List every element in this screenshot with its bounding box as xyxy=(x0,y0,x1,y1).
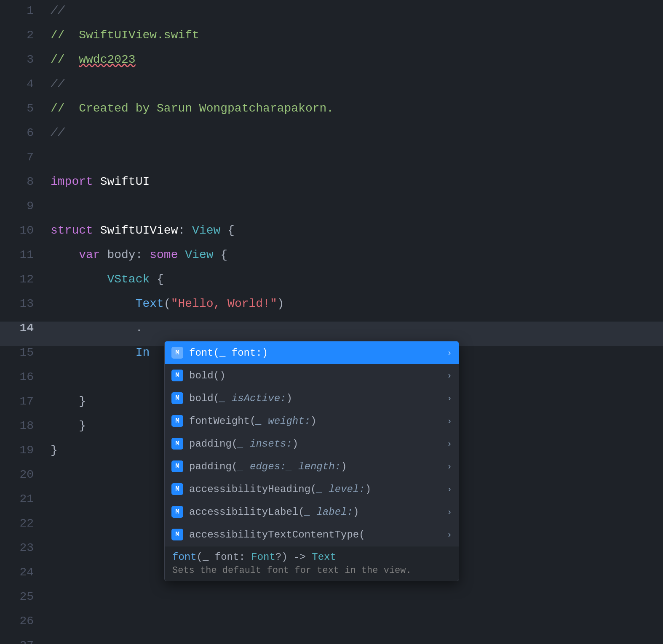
code-line-12: 12 VStack { xyxy=(0,273,663,297)
chevron-icon-6: › xyxy=(447,462,452,471)
method-badge-9: M xyxy=(171,529,183,540)
line-number-19: 19 xyxy=(8,444,34,457)
token: SwiftUI xyxy=(93,175,150,188)
code-content-1: // xyxy=(51,4,65,17)
autocomplete-label-6: padding(_ edges:_ length:) xyxy=(189,461,443,472)
token: var xyxy=(79,248,100,261)
autocomplete-dropdown[interactable]: M font(_ font:) › M bold() › M bold(_ is… xyxy=(164,341,459,581)
autocomplete-item-1[interactable]: M font(_ font:) › xyxy=(165,341,459,364)
autocomplete-item-9[interactable]: M accessibilityTextContentType( › xyxy=(165,523,459,546)
line-number-20: 20 xyxy=(8,468,34,481)
token: // xyxy=(51,53,79,66)
autocomplete-label-4: fontWeight(_ weight:) xyxy=(189,415,443,427)
code-editor: 1 // 2 // SwiftUIView.swift 3 // wwdc202… xyxy=(0,0,663,644)
code-line-13: 13 Text("Hello, World!") xyxy=(0,297,663,322)
autocomplete-item-3[interactable]: M bold(_ isActive:) › xyxy=(165,387,459,410)
line-number-24: 24 xyxy=(8,566,34,579)
code-content-12: VStack { xyxy=(51,273,164,286)
autocomplete-item-6[interactable]: M padding(_ edges:_ length:) › xyxy=(165,455,459,478)
code-line-27: 27 xyxy=(0,639,663,644)
token xyxy=(51,322,136,335)
autocomplete-label-1: font(_ font:) xyxy=(189,347,443,359)
line-number-25: 25 xyxy=(8,590,34,603)
code-content-14: . xyxy=(51,322,142,335)
code-line-5: 5 // Created by Sarun Wongpatcharapakorn… xyxy=(0,102,663,126)
line-number-18: 18 xyxy=(8,419,34,432)
code-line-1: 1 // xyxy=(0,4,663,29)
autocomplete-signature: font(_ font: Font?) -> Text xyxy=(172,551,451,563)
line-number-7: 7 xyxy=(8,151,34,164)
autocomplete-label-8: accessibilityLabel(_ label:) xyxy=(189,506,443,518)
token: } xyxy=(51,395,86,408)
token: Font xyxy=(251,551,275,563)
code-content-5: // Created by Sarun Wongpatcharapakorn. xyxy=(51,102,334,115)
code-line-4: 4 // xyxy=(0,77,663,102)
token: ?) -> xyxy=(275,551,312,563)
token: { xyxy=(214,248,228,261)
code-line-2: 2 // SwiftUIView.swift xyxy=(0,29,663,53)
code-content-6: // xyxy=(51,126,65,139)
token: some xyxy=(150,248,178,261)
code-content-8: import SwiftUI xyxy=(51,175,150,188)
autocomplete-item-4[interactable]: M fontWeight(_ weight:) › xyxy=(165,410,459,432)
autocomplete-item-2[interactable]: M bold() › xyxy=(165,364,459,387)
token: Text xyxy=(312,551,336,563)
code-line-26: 26 xyxy=(0,615,663,639)
code-line-9: 9 xyxy=(0,200,663,224)
line-number-16: 16 xyxy=(8,370,34,383)
line-number-11: 11 xyxy=(8,248,34,261)
token: font xyxy=(172,551,197,563)
line-number-9: 9 xyxy=(8,200,34,213)
chevron-icon-7: › xyxy=(447,484,452,494)
method-badge-7: M xyxy=(171,483,183,495)
token: // Created by Sarun Wongpatcharapakorn. xyxy=(51,102,334,115)
token: "Hello, World!" xyxy=(171,297,277,310)
code-content-11: var body: some View { xyxy=(51,248,227,261)
code-line-8: 8 import SwiftUI xyxy=(0,175,663,200)
autocomplete-item-5[interactable]: M padding(_ insets:) › xyxy=(165,432,459,455)
line-number-27: 27 xyxy=(8,639,34,644)
line-number-22: 22 xyxy=(8,517,34,530)
chevron-icon-5: › xyxy=(447,439,452,449)
token: struct xyxy=(51,224,93,237)
chevron-icon-2: › xyxy=(447,371,452,381)
autocomplete-item-7[interactable]: M accessibilityHeading(_ level:) › xyxy=(165,478,459,500)
autocomplete-item-8[interactable]: M accessibilityLabel(_ label:) › xyxy=(165,500,459,523)
code-line-11: 11 var body: some View { xyxy=(0,248,663,273)
code-line-10: 10 struct SwiftUIView: View { xyxy=(0,224,663,248)
line-number-3: 3 xyxy=(8,53,34,66)
autocomplete-description: Sets the default font for text in the vi… xyxy=(172,565,451,576)
method-badge-5: M xyxy=(171,438,183,450)
token: View xyxy=(185,248,213,261)
token: // xyxy=(51,126,65,139)
token xyxy=(51,273,107,286)
line-number-4: 4 xyxy=(8,77,34,90)
token xyxy=(51,248,79,261)
token: body: xyxy=(100,248,150,261)
autocomplete-label-2: bold() xyxy=(189,370,443,381)
token: ( xyxy=(164,297,171,310)
line-number-23: 23 xyxy=(8,541,34,554)
token xyxy=(51,297,136,310)
code-content-13: Text("Hello, World!") xyxy=(51,297,284,310)
chevron-icon-1: › xyxy=(447,348,452,358)
token: } xyxy=(51,444,58,457)
line-number-6: 6 xyxy=(8,126,34,139)
method-badge-1: M xyxy=(171,347,183,359)
token: // SwiftUIView.swift xyxy=(51,29,199,42)
chevron-icon-9: › xyxy=(447,530,452,540)
line-number-17: 17 xyxy=(8,395,34,408)
code-content-19: } xyxy=(51,444,58,457)
line-number-13: 13 xyxy=(8,297,34,310)
token: Text xyxy=(136,297,164,310)
token: View xyxy=(192,224,220,237)
token: VStack xyxy=(107,273,150,286)
token: import xyxy=(51,175,93,188)
line-number-8: 8 xyxy=(8,175,34,188)
code-line-3: 3 // wwdc2023 xyxy=(0,53,663,77)
line-number-5: 5 xyxy=(8,102,34,115)
line-number-12: 12 xyxy=(8,273,34,286)
token: : xyxy=(178,224,192,237)
token: wwdc2023 xyxy=(79,53,135,66)
line-number-10: 10 xyxy=(8,224,34,237)
